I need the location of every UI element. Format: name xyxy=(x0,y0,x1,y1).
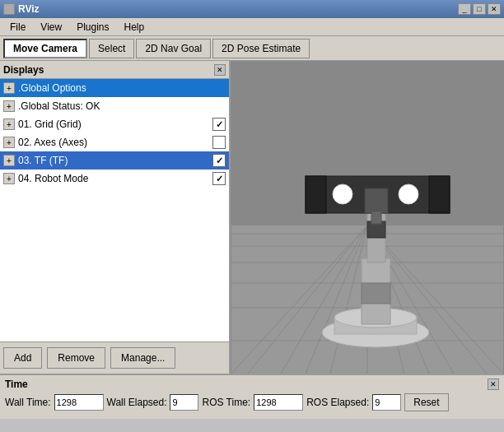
menu-plugins[interactable]: Plugins xyxy=(70,20,115,35)
title-bar: RViz _ □ ✕ xyxy=(0,0,504,18)
display-label-grid: 01. Grid (Grid) xyxy=(18,118,209,130)
display-label-global-status: .Global Status: OK xyxy=(18,100,226,112)
maximize-button[interactable]: □ xyxy=(473,3,486,15)
display-item-axes[interactable]: + 02. Axes (Axes) xyxy=(0,133,229,151)
displays-list: + .Global Options + .Global Status: OK +… xyxy=(0,79,229,341)
expand-icon-grid[interactable]: + xyxy=(3,118,15,130)
display-label-global-options: .Global Options xyxy=(18,82,226,94)
toolbar: Move Camera Select 2D Nav Goal 2D Pose E… xyxy=(0,36,504,61)
svg-rect-32 xyxy=(371,211,381,224)
close-button[interactable]: ✕ xyxy=(488,3,501,15)
window-title: RViz xyxy=(18,3,40,15)
ros-time-label: ROS Time: xyxy=(202,397,250,408)
manage-button[interactable]: Manage... xyxy=(110,347,175,369)
expand-icon-robot[interactable]: + xyxy=(3,173,15,184)
menu-file[interactable]: File xyxy=(3,20,32,35)
time-title: Time xyxy=(5,379,28,390)
app-icon xyxy=(3,3,15,15)
svg-rect-31 xyxy=(365,188,388,213)
svg-point-29 xyxy=(333,184,352,204)
display-label-tf: 03. TF (TF) xyxy=(18,155,209,166)
select-button[interactable]: Select xyxy=(89,39,134,58)
viewport[interactable] xyxy=(231,61,504,374)
3d-scene xyxy=(231,61,504,374)
checkbox-robot[interactable] xyxy=(212,172,226,185)
ros-time-input[interactable] xyxy=(254,394,303,411)
time-close-button[interactable]: ✕ xyxy=(488,379,499,390)
displays-footer: Add Remove Manage... xyxy=(0,341,229,374)
main-content: Displays ✕ + .Global Options + .Global S… xyxy=(0,61,504,374)
time-header: Time ✕ xyxy=(5,379,499,390)
menu-bar: File View Plugins Help xyxy=(0,18,504,36)
nav-goal-button[interactable]: 2D Nav Goal xyxy=(136,39,211,58)
minimize-button[interactable]: _ xyxy=(458,3,471,15)
displays-close-button[interactable]: ✕ xyxy=(214,64,226,76)
ros-elapsed-input[interactable] xyxy=(372,394,401,411)
display-item-robot[interactable]: + 04. Robot Mode xyxy=(0,170,229,188)
wall-elapsed-label: Wall Elapsed: xyxy=(107,397,167,408)
expand-icon-global-options[interactable]: + xyxy=(3,82,15,94)
displays-panel: Displays ✕ + .Global Options + .Global S… xyxy=(0,61,231,374)
wall-time-label: Wall Time: xyxy=(5,397,51,408)
window-controls[interactable]: _ □ ✕ xyxy=(458,3,501,15)
ros-elapsed-label: ROS Elapsed: xyxy=(306,397,369,408)
checkbox-axes[interactable] xyxy=(212,136,226,149)
expand-icon-axes[interactable]: + xyxy=(3,137,15,148)
wall-time-input[interactable] xyxy=(54,394,104,411)
time-bar: Time ✕ Wall Time: Wall Elapsed: ROS Time… xyxy=(0,374,504,419)
display-item-global-status[interactable]: + .Global Status: OK xyxy=(0,97,229,115)
move-camera-button[interactable]: Move Camera xyxy=(3,39,87,58)
checkbox-grid[interactable] xyxy=(212,118,226,131)
remove-button[interactable]: Remove xyxy=(47,347,105,369)
menu-view[interactable]: View xyxy=(34,20,68,35)
svg-rect-27 xyxy=(306,176,326,213)
displays-title: Displays xyxy=(3,64,44,76)
checkbox-tf[interactable] xyxy=(212,154,226,167)
svg-rect-23 xyxy=(362,283,390,304)
expand-icon-global-status[interactable]: + xyxy=(3,100,15,112)
title-bar-left: RViz xyxy=(3,3,40,15)
display-label-robot: 04. Robot Mode xyxy=(18,173,209,184)
expand-icon-tf[interactable]: + xyxy=(3,155,15,166)
displays-header: Displays ✕ xyxy=(0,61,229,79)
add-button[interactable]: Add xyxy=(3,347,42,369)
pose-estimate-button[interactable]: 2D Pose Estimate xyxy=(212,39,310,58)
reset-button[interactable]: Reset xyxy=(404,393,448,411)
display-item-tf[interactable]: + 03. TF (TF) xyxy=(0,151,229,170)
display-item-grid[interactable]: + 01. Grid (Grid) xyxy=(0,115,229,133)
time-controls: Wall Time: Wall Elapsed: ROS Time: ROS E… xyxy=(5,393,499,411)
svg-point-30 xyxy=(399,184,418,204)
display-item-global-options[interactable]: + .Global Options xyxy=(0,79,229,97)
svg-rect-28 xyxy=(429,176,450,213)
display-label-axes: 02. Axes (Axes) xyxy=(18,137,209,148)
menu-help[interactable]: Help xyxy=(118,20,152,35)
wall-elapsed-input[interactable] xyxy=(170,394,198,411)
